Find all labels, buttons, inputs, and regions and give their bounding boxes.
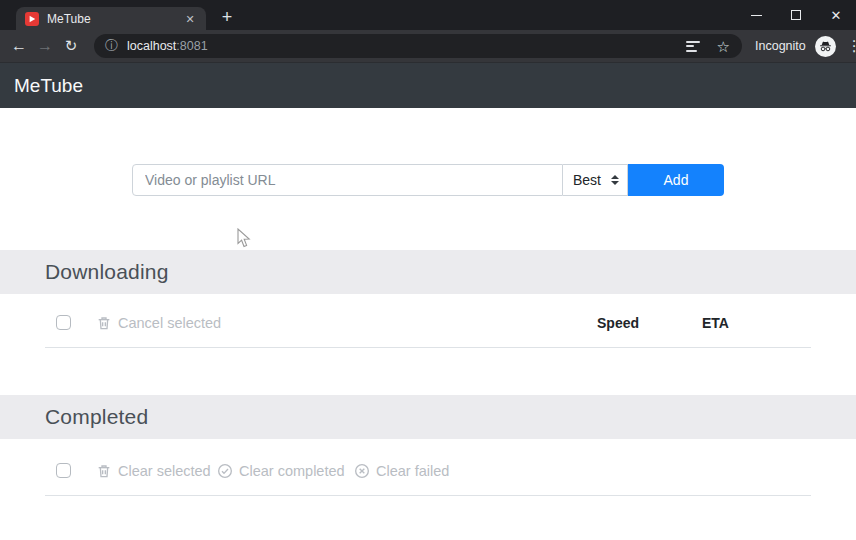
- app-navbar: MeTube: [0, 63, 856, 108]
- speed-column-header: Speed: [597, 307, 639, 339]
- completed-title: Completed: [45, 405, 148, 429]
- incognito-label: Incognito: [755, 39, 806, 53]
- url-host: localhost: [127, 39, 176, 53]
- trash-icon: [96, 315, 112, 331]
- window-controls: ✕: [736, 0, 856, 30]
- browser-menu-icon[interactable]: ⋮: [847, 37, 856, 55]
- clear-failed-button[interactable]: Clear failed: [354, 455, 449, 487]
- eta-column-header: ETA: [702, 307, 729, 339]
- window-close-button[interactable]: ✕: [816, 0, 856, 30]
- completed-select-all-checkbox[interactable]: [56, 463, 71, 478]
- back-button[interactable]: ←: [6, 37, 32, 55]
- bookmark-star-icon[interactable]: ☆: [717, 39, 730, 54]
- minimize-icon: [751, 15, 762, 16]
- add-url-form: Best Add: [132, 164, 724, 196]
- downloading-divider: [45, 347, 811, 348]
- trash-icon: [96, 463, 112, 479]
- completed-divider: [45, 495, 811, 496]
- select-arrows-icon: [611, 175, 619, 185]
- page-content: Best Add Downloading Cancel selected Spe…: [0, 108, 856, 540]
- tab-close-icon[interactable]: ✕: [182, 11, 198, 27]
- maximize-icon: [791, 10, 801, 20]
- reload-button[interactable]: ↻: [58, 37, 84, 55]
- url-port: :8081: [176, 39, 207, 53]
- downloading-section-header: Downloading: [0, 250, 856, 294]
- window-minimize-button[interactable]: [736, 0, 776, 30]
- add-button[interactable]: Add: [628, 164, 724, 196]
- browser-toolbar: ← → ↻ ⓘ localhost :8081 ☆ Incognito ⋮: [0, 30, 856, 63]
- browser-tab-metube[interactable]: MeTube ✕: [16, 7, 206, 30]
- new-tab-button[interactable]: +: [214, 5, 240, 29]
- quality-selected-value: Best: [573, 172, 601, 188]
- tab-title: MeTube: [47, 12, 182, 26]
- site-info-icon[interactable]: ⓘ: [105, 37, 118, 55]
- cancel-selected-button[interactable]: Cancel selected: [96, 307, 221, 339]
- browser-titlebar: MeTube ✕ + ✕: [0, 0, 856, 30]
- address-bar[interactable]: ⓘ localhost :8081 ☆: [94, 34, 742, 58]
- downloading-select-all-checkbox[interactable]: [56, 315, 71, 330]
- check-circle-icon: [217, 463, 233, 479]
- reading-list-icon[interactable]: [686, 41, 700, 52]
- clear-selected-button[interactable]: Clear selected: [96, 455, 211, 487]
- clear-completed-button[interactable]: Clear completed: [217, 455, 345, 487]
- metube-favicon-icon: [25, 12, 39, 26]
- window-close-icon: ✕: [831, 9, 842, 22]
- app-brand[interactable]: MeTube: [14, 75, 83, 97]
- completed-toolbar: Clear selected Clear completed Clear fai…: [0, 455, 856, 487]
- downloading-title: Downloading: [45, 260, 169, 284]
- quality-select[interactable]: Best: [563, 164, 628, 196]
- x-circle-icon: [354, 463, 370, 479]
- window-maximize-button[interactable]: [776, 0, 816, 30]
- downloading-toolbar: Cancel selected Speed ETA: [0, 307, 856, 339]
- forward-button[interactable]: →: [32, 37, 58, 55]
- incognito-avatar-icon: [815, 36, 836, 57]
- url-input[interactable]: [132, 164, 563, 196]
- completed-section-header: Completed: [0, 395, 856, 439]
